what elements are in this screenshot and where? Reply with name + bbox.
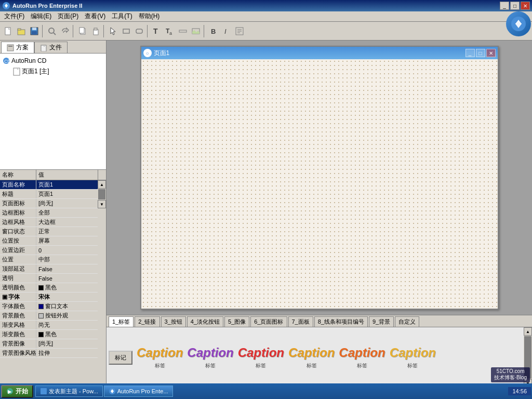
props-row-name: 字体颜色 [0, 302, 36, 311]
menu-view[interactable]: 查看(V) [82, 11, 109, 22]
props-row[interactable]: 渐变颜色黑色 [0, 330, 98, 339]
props-row[interactable]: 位置边距0 [0, 246, 98, 255]
props-row-value: 宋体 [36, 292, 98, 301]
bottom-tab-4_淡化按钮[interactable]: 4_淡化按钮 [187, 316, 223, 327]
tag-button[interactable]: 标记 [109, 351, 132, 365]
menu-help[interactable]: 帮助(H) [136, 11, 163, 22]
bottom-tab-9_背景[interactable]: 9_背景 [369, 316, 394, 327]
tree-page1[interactable]: 页面1 [主] [2, 66, 104, 77]
page-canvas[interactable] [141, 59, 498, 309]
app-icon [2, 2, 10, 10]
bottom-tabs: 1_标签2_链接3_按钮4_淡化按钮5_图像6_页面图标7_面板8_线条和项目编… [107, 315, 532, 327]
bottom-tab-自定义[interactable]: 自定义 [395, 316, 419, 327]
text2-button[interactable]: Ta [164, 25, 176, 37]
props-row[interactable]: 背景图像风格拉伸 [0, 349, 98, 358]
props-row[interactable]: 背景图像[尚无] [0, 339, 98, 349]
props-row[interactable]: 窗口状态正常 [0, 227, 98, 236]
props-row[interactable]: 位置中部 [0, 255, 98, 264]
menu-tools[interactable]: 工具(T) [109, 11, 135, 22]
bottom-tabs-area: 1_标签2_链接3_按钮4_淡化按钮5_图像6_页面图标7_面板8_线条和项目编… [107, 315, 532, 388]
page-title-bar: ○ 页面1 _ □ ✕ [141, 47, 498, 59]
props-row-value: 拉伸 [36, 349, 98, 357]
props-row[interactable]: 字体颜色窗口文本 [0, 302, 98, 311]
cursor-button[interactable] [107, 25, 119, 37]
undo-button[interactable] [59, 25, 71, 37]
page-minimize-button[interactable]: _ [466, 49, 475, 57]
copy-button[interactable] [76, 25, 89, 37]
img-button[interactable] [190, 25, 202, 37]
caption-label-0: 标签 [155, 362, 165, 369]
props-row[interactable]: 透明颜色黑色 [0, 283, 98, 292]
props-row[interactable]: ▣字体宋体 [0, 292, 98, 302]
bold-button[interactable]: B [207, 25, 220, 37]
caption-text-4: Caption [339, 345, 385, 360]
svg-text:CD: CD [4, 59, 10, 64]
scrollbar-header [98, 170, 106, 180]
bottom-tab-1_标签[interactable]: 1_标签 [109, 316, 134, 327]
caption-item-1: Caption标签 [187, 345, 233, 369]
props-row-value: 页面1 [36, 180, 98, 189]
properties-button[interactable] [233, 25, 246, 37]
props-row[interactable]: 边框图标全部 [0, 208, 98, 218]
text-button[interactable]: T [151, 25, 163, 37]
props-row[interactable]: 透明False [0, 274, 98, 283]
svg-rect-4 [18, 29, 21, 30]
bottom-tab-7_面板[interactable]: 7_面板 [288, 316, 313, 327]
canvas-area[interactable]: ○ 页面1 _ □ ✕ [107, 41, 532, 315]
new-button[interactable] [2, 25, 15, 37]
bottom-tab-8_线条和项目编号[interactable]: 8_线条和项目编号 [314, 316, 368, 327]
caption-label-1: 标签 [205, 362, 216, 369]
toolbar-separator-4 [147, 25, 149, 37]
props-row-value: False [36, 274, 98, 283]
props-row-value: [尚无] [36, 339, 98, 348]
page-close-button[interactable]: ✕ [486, 49, 496, 57]
svg-text:T: T [153, 27, 158, 35]
props-row[interactable]: 位置按屏幕 [0, 236, 98, 246]
svg-rect-15 [136, 29, 142, 33]
line-button[interactable] [177, 25, 189, 37]
paste-button[interactable] [89, 25, 102, 37]
italic-button[interactable]: I [220, 25, 233, 37]
tab-files[interactable]: 文件 [34, 42, 68, 53]
props-row[interactable]: 边框风格大边框 [0, 218, 98, 227]
props-row-name: 顶部延迟 [0, 264, 36, 273]
svg-rect-27 [7, 45, 14, 51]
props-row-name: 边框风格 [0, 218, 36, 227]
taskbar-item-1[interactable]: 发表新主题 - Pow... [35, 385, 103, 397]
props-scrollbar[interactable]: ▲ ▼ [98, 180, 106, 388]
props-row[interactable]: 标题页面1 [0, 190, 98, 199]
props-row-name: 位置边距 [0, 246, 36, 255]
open-button[interactable] [15, 25, 28, 37]
properties-panel: 名称 值 页面名称页面1标题页面1页面图标[尚无]边框图标全部边框风格大边框窗口… [0, 169, 106, 388]
menu-file[interactable]: 文件(F) [1, 11, 28, 22]
tree-root[interactable]: CD AutoRun CD [2, 56, 104, 66]
rect-button[interactable] [120, 25, 132, 37]
bottom-tab-3_按钮[interactable]: 3_按钮 [161, 316, 186, 327]
menu-edit[interactable]: 编辑(E) [28, 11, 55, 22]
props-row[interactable]: 顶部延迟False [0, 264, 98, 274]
start-button[interactable]: ▶ 开始 [1, 385, 33, 398]
props-row-value: [尚无] [36, 199, 98, 208]
props-col-value: 值 [36, 170, 98, 180]
bottom-tab-5_图像[interactable]: 5_图像 [224, 316, 249, 327]
taskbar-item-2[interactable]: AutoRun Pro Ente... [104, 385, 173, 397]
tab-project[interactable]: 方案 [1, 42, 34, 53]
toolbar: T Ta B I [0, 22, 532, 41]
props-row[interactable]: 背景颜色按钮外观 [0, 311, 98, 321]
toolbar-separator-2 [73, 25, 75, 37]
search-button[interactable] [46, 25, 58, 37]
menu-page[interactable]: 页面(P) [55, 11, 82, 22]
props-row[interactable]: 渐变风格尚无 [0, 321, 98, 330]
bottom-tab-2_链接[interactable]: 2_链接 [135, 316, 159, 327]
props-row[interactable]: 页面图标[尚无] [0, 199, 98, 208]
rounded-rect-button[interactable] [133, 25, 145, 37]
page-window: ○ 页面1 _ □ ✕ [140, 46, 499, 310]
tree-view[interactable]: CD AutoRun CD 页面1 [主] [0, 54, 106, 169]
props-row-name: 窗口状态 [0, 227, 36, 236]
bottom-tab-6_页面图标[interactable]: 6_页面图标 [250, 316, 287, 327]
save-button[interactable] [28, 25, 41, 37]
taskbar-items: 发表新主题 - Pow... AutoRun Pro Ente... [35, 385, 173, 397]
props-row[interactable]: 页面名称页面1 [0, 180, 98, 190]
page-maximize-button[interactable]: □ [476, 49, 485, 57]
svg-rect-7 [32, 31, 37, 35]
